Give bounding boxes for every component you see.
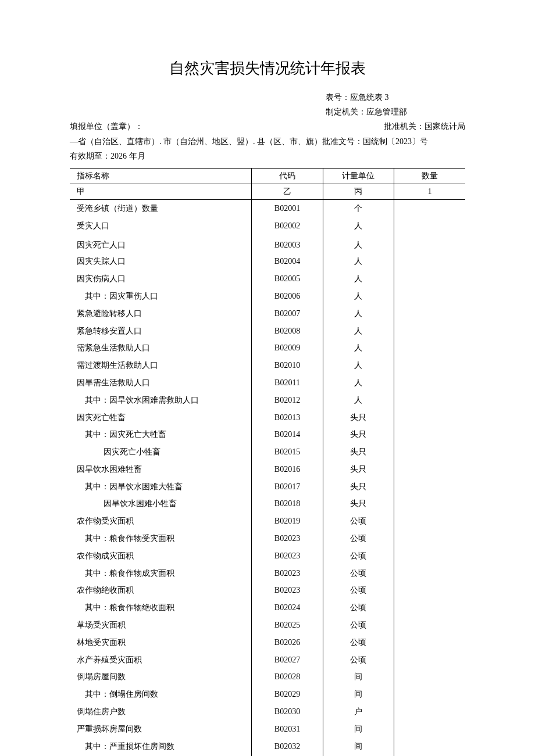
indicator-unit: 公顷: [323, 617, 394, 634]
indicator-name: 受淹乡镇（街道）数量: [70, 199, 252, 217]
indicator-name: 倒塌房屋间数: [70, 668, 252, 686]
indicator-qty: [394, 686, 465, 703]
indicator-name: 其中：倒塌住房间数: [70, 686, 252, 703]
indicator-qty: [394, 547, 465, 565]
indicator-unit: 公顷: [323, 634, 394, 651]
indicator-unit: 公顷: [323, 599, 394, 617]
indicator-unit: 人: [323, 305, 394, 323]
indicator-code: B02023: [252, 530, 323, 547]
header-name: 指标名称: [70, 168, 252, 184]
table-row: 林地受灾面积B02026公顷: [70, 634, 465, 651]
indicator-code: B02012: [252, 392, 323, 409]
indicator-code: B02010: [252, 357, 323, 374]
indicator-name: 林地受灾面积: [70, 634, 252, 651]
indicator-unit: 间: [323, 738, 394, 755]
approval-org: 国家统计局: [425, 122, 465, 131]
authority-label: 制定机关：: [326, 108, 366, 116]
indicator-qty: [394, 495, 465, 513]
indicator-unit: 人: [323, 339, 394, 357]
indicator-name: 其中：因灾重伤人口: [70, 288, 252, 305]
indicator-name: 因旱饮水困难牲畜: [70, 461, 252, 478]
indicator-name: 其中：因灾死亡大牲畜: [70, 426, 252, 443]
indicator-code: B02027: [252, 651, 323, 669]
indicator-qty: [394, 703, 465, 721]
table-row: 因灾死亡牲畜B02013头只: [70, 409, 465, 427]
indicator-code: B02005: [252, 270, 323, 288]
header-code-sub: 乙: [252, 184, 323, 199]
indicator-qty: [394, 513, 465, 530]
indicator-name: 因灾失踪人口: [70, 253, 252, 270]
indicator-qty: [394, 634, 465, 651]
indicator-unit: 人: [323, 253, 394, 270]
indicator-unit: 个: [323, 199, 394, 217]
indicator-code: B02002: [252, 217, 323, 235]
indicator-code: B02018: [252, 495, 323, 513]
table-row: 因旱饮水困难小牲畜B02018头只: [70, 495, 465, 513]
table-row: 紧急转移安置人口B02008人: [70, 323, 465, 340]
indicator-unit: 公顷: [323, 565, 394, 582]
indicator-code: B02029: [252, 686, 323, 703]
indicator-code: B02016: [252, 461, 323, 478]
valid-until-label: 有效期至：: [70, 152, 110, 160]
indicator-qty: [394, 199, 465, 217]
indicator-qty: [394, 253, 465, 270]
indicator-unit: 公顷: [323, 530, 394, 547]
indicator-code: B02014: [252, 426, 323, 443]
indicator-name: 其中：因旱饮水困难大牲畜: [70, 478, 252, 496]
indicator-name: 草场受灾面积: [70, 617, 252, 634]
indicator-name: 因旱饮水困难小牲畜: [70, 495, 252, 513]
indicator-name: 农作物绝收面积: [70, 582, 252, 599]
header-qty: 数量: [394, 168, 465, 184]
valid-until: 2026 年月: [110, 152, 145, 160]
indicator-name: 倒塌住房户数: [70, 703, 252, 721]
table-row: 倒塌房屋间数B02028间: [70, 668, 465, 686]
indicator-code: B02028: [252, 668, 323, 686]
indicator-name: 因灾死亡小牲畜: [70, 443, 252, 461]
table-row: 严重损坏房屋间数B02031间: [70, 721, 465, 738]
indicator-qty: [394, 582, 465, 599]
table-row: 其中：粮食作物绝收面积B02024公顷: [70, 599, 465, 617]
table-row: 其中：严重损坏住房间数B02032间: [70, 738, 465, 755]
header-row-1: 指标名称 代码 计量单位 数量: [70, 168, 465, 184]
indicator-code: B02017: [252, 478, 323, 496]
indicator-qty: [394, 217, 465, 235]
indicator-qty: [394, 392, 465, 409]
meta-block: 表号：应急统表 3 制定机关：应急管理部 填报单位（盖章）： 批准机关：国家统计…: [70, 90, 465, 163]
indicator-unit: 间: [323, 668, 394, 686]
form-no-label: 表号：: [326, 93, 350, 102]
indicator-qty: [394, 235, 465, 253]
indicator-name: 因旱需生活救助人口: [70, 374, 252, 392]
indicator-unit: 头只: [323, 426, 394, 443]
indicator-unit: 人: [323, 323, 394, 340]
indicator-name: 其中：严重损坏住房间数: [70, 738, 252, 755]
indicator-qty: [394, 617, 465, 634]
indicator-code: B02032: [252, 738, 323, 755]
indicator-qty: [394, 409, 465, 427]
indicator-unit: 人: [323, 374, 394, 392]
table-row: 受淹乡镇（街道）数量B02001个: [70, 199, 465, 217]
indicator-code: B02023: [252, 547, 323, 565]
table-row: 水产养殖受灾面积B02027公顷: [70, 651, 465, 669]
indicator-unit: 公顷: [323, 651, 394, 669]
indicator-code: B02009: [252, 339, 323, 357]
indicator-unit: 公顷: [323, 582, 394, 599]
indicator-code: B02007: [252, 305, 323, 323]
form-no: 应急统表 3: [350, 93, 389, 102]
indicator-name: 需过渡期生活救助人口: [70, 357, 252, 374]
table-row: 其中：因灾重伤人口B02006人: [70, 288, 465, 305]
indicator-code: B02006: [252, 288, 323, 305]
region-line: —省（自治区、直辖市）. 市（自治州、地区、盟）. 县（区、市、旗）批准文号：国…: [70, 134, 465, 149]
table-row: 农作物绝收面积B02023公顷: [70, 582, 465, 599]
indicator-code: B02001: [252, 199, 323, 217]
indicator-code: B02026: [252, 634, 323, 651]
indicator-qty: [394, 668, 465, 686]
indicator-code: B02019: [252, 513, 323, 530]
indicator-code: B02015: [252, 443, 323, 461]
indicator-code: B02025: [252, 617, 323, 634]
indicator-unit: 间: [323, 721, 394, 738]
indicator-name: 农作物成灾面积: [70, 547, 252, 565]
data-table: 指标名称 代码 计量单位 数量 甲 乙 丙 1 受淹乡镇（街道）数量B02001…: [70, 168, 465, 756]
header-qty-sub: 1: [394, 184, 465, 199]
table-row: 因灾失踪人口B02004人: [70, 253, 465, 270]
indicator-qty: [394, 721, 465, 738]
